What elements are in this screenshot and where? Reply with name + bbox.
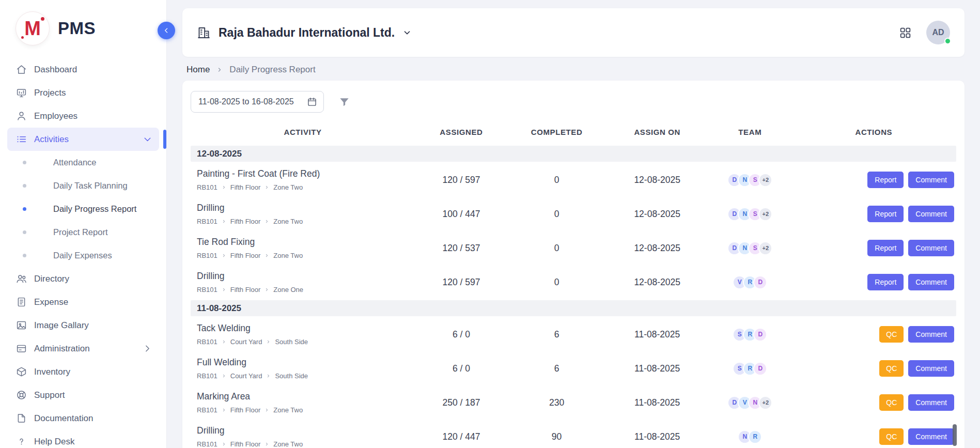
activity-cell: Tie Rod FixingRB101Fifth FloorZone Two bbox=[191, 237, 415, 259]
sidebar-item-inventory[interactable]: Inventory bbox=[7, 360, 159, 383]
comment-button[interactable]: Comment bbox=[908, 360, 954, 377]
breadcrumb-home[interactable]: Home bbox=[186, 65, 210, 75]
sidebar-subitem-daily-expenses[interactable]: Daily Expenses bbox=[7, 244, 159, 267]
team-avatar[interactable]: +2 bbox=[758, 396, 772, 410]
sidebar-subitem-attendance[interactable]: Attendance bbox=[7, 151, 159, 174]
sidebar-collapse-button[interactable] bbox=[158, 22, 175, 39]
team-avatar[interactable]: D bbox=[753, 275, 767, 289]
team-cell: DVN+2 bbox=[709, 396, 791, 410]
chevron-right-icon bbox=[265, 442, 269, 446]
sidebar-item-projects[interactable]: Projects bbox=[7, 81, 159, 104]
report-button[interactable]: Report bbox=[867, 240, 904, 256]
active-indicator bbox=[163, 130, 166, 149]
chevron-right-icon bbox=[222, 287, 226, 292]
comment-button[interactable]: Comment bbox=[908, 428, 954, 445]
report-button[interactable]: Report bbox=[867, 274, 904, 290]
app-logo[interactable]: M PMS bbox=[0, 0, 166, 57]
sidebar-item-label: Expense bbox=[34, 297, 68, 307]
activity-name: Tie Rod Fixing bbox=[197, 237, 415, 248]
team-avatar[interactable]: +2 bbox=[758, 173, 772, 187]
activity-name: Tack Welding bbox=[197, 323, 415, 334]
path-segment: RB101 bbox=[197, 183, 217, 191]
sidebar-item-employees[interactable]: Employees bbox=[7, 104, 159, 128]
table-row: Painting - First Coat (Fire Red)RB101Fif… bbox=[191, 163, 956, 197]
projects-icon bbox=[16, 87, 27, 98]
report-button[interactable]: Report bbox=[867, 172, 904, 188]
sidebar-item-administration[interactable]: Administration bbox=[7, 337, 159, 360]
apps-grid-icon[interactable] bbox=[899, 26, 912, 39]
comment-button[interactable]: Comment bbox=[908, 274, 954, 290]
team-avatar[interactable]: +2 bbox=[758, 207, 772, 221]
sidebar-item-label: Activities bbox=[34, 134, 69, 145]
report-button[interactable]: Report bbox=[867, 206, 904, 222]
online-status-dot bbox=[944, 38, 951, 44]
sidebar-subitem-daily-progress-report[interactable]: Daily Progress Report bbox=[7, 197, 159, 221]
chevron-right-icon bbox=[222, 374, 226, 378]
sidebar-item-dashboard[interactable]: Dashboard bbox=[7, 58, 159, 81]
qc-button[interactable]: QC bbox=[879, 394, 904, 411]
directory-icon bbox=[16, 273, 27, 284]
activity-cell: DrillingRB101Fifth FloorZone One bbox=[191, 271, 415, 293]
path-segment: Fifth Floor bbox=[230, 286, 261, 293]
sidebar-item-label: Administration bbox=[34, 344, 90, 354]
chevron-right-icon bbox=[265, 219, 269, 224]
sidebar-subitem-daily-task-planning[interactable]: Daily Task Planning bbox=[7, 174, 159, 197]
path-segment: Fifth Floor bbox=[230, 183, 261, 191]
table-row: Marking AreaRB101Fifth FloorZone Two250 … bbox=[191, 385, 956, 420]
path-segment: Fifth Floor bbox=[230, 252, 261, 259]
team-avatar[interactable]: D bbox=[753, 328, 767, 342]
company-selector[interactable]: Raja Bahadur International Ltd. bbox=[197, 26, 412, 40]
path-segment: RB101 bbox=[197, 440, 217, 448]
date-range-input[interactable]: 11-08-2025 to 16-08-2025 bbox=[191, 91, 324, 113]
filter-row: 11-08-2025 to 16-08-2025 bbox=[191, 91, 956, 113]
path-segment: South Side bbox=[275, 372, 308, 380]
path-segment: Zone Two bbox=[273, 252, 303, 259]
chevron-right-icon bbox=[266, 374, 271, 378]
path-segment: Court Yard bbox=[230, 372, 262, 380]
topbar: Raja Bahadur International Ltd. AD bbox=[182, 8, 965, 57]
sidebar-nav: DashboardProjectsEmployeesActivitiesAtte… bbox=[0, 57, 166, 448]
sidebar-item-label: Image Gallary bbox=[34, 320, 89, 331]
logo-icon: M bbox=[15, 11, 50, 45]
actions-cell: ReportComment bbox=[791, 240, 956, 256]
path-segment: RB101 bbox=[197, 218, 217, 225]
comment-button[interactable]: Comment bbox=[908, 394, 954, 411]
filter-icon[interactable] bbox=[338, 96, 350, 108]
team-avatar[interactable]: +2 bbox=[758, 241, 772, 255]
comment-button[interactable]: Comment bbox=[908, 240, 954, 256]
column-header-assign-on: ASSIGN ON bbox=[605, 128, 709, 136]
actions-cell: QCComment bbox=[791, 326, 956, 343]
app-root: M PMS DashboardProjectsEmployeesActiviti… bbox=[0, 0, 980, 448]
sidebar-subitem-label: Project Report bbox=[53, 227, 107, 237]
date-group-header: 12-08-2025 bbox=[191, 146, 956, 162]
assigned-cell: 120 / 537 bbox=[415, 243, 508, 254]
completed-cell: 0 bbox=[508, 243, 606, 254]
user-avatar[interactable]: AD bbox=[926, 21, 950, 44]
activity-cell: Tack WeldingRB101Court YardSouth Side bbox=[191, 323, 415, 346]
comment-button[interactable]: Comment bbox=[908, 172, 954, 188]
qc-button[interactable]: QC bbox=[879, 428, 904, 445]
sidebar-item-support[interactable]: Support bbox=[7, 383, 159, 407]
completed-cell: 6 bbox=[508, 363, 606, 374]
sidebar-item-expense[interactable]: Expense bbox=[7, 290, 159, 314]
qc-button[interactable]: QC bbox=[879, 360, 904, 377]
assign-on-cell: 12-08-2025 bbox=[605, 209, 709, 220]
sidebar-item-activities[interactable]: Activities bbox=[7, 128, 159, 151]
chevron-right-icon bbox=[265, 408, 269, 412]
sidebar-item-image-gallary[interactable]: Image Gallary bbox=[7, 314, 159, 337]
chevron-right-icon bbox=[142, 343, 153, 354]
path-segment: RB101 bbox=[197, 286, 217, 293]
comment-button[interactable]: Comment bbox=[908, 326, 954, 343]
team-avatar[interactable]: R bbox=[748, 430, 762, 444]
sidebar-subitem-project-report[interactable]: Project Report bbox=[7, 221, 159, 244]
sidebar-item-help-desk[interactable]: Help Desk bbox=[7, 430, 159, 448]
qc-button[interactable]: QC bbox=[879, 326, 904, 343]
vertical-scrollbar[interactable] bbox=[953, 424, 957, 446]
sidebar-item-directory[interactable]: Directory bbox=[7, 267, 159, 290]
team-cell: DNS+2 bbox=[709, 173, 791, 187]
assigned-cell: 250 / 187 bbox=[415, 397, 508, 408]
sidebar-item-documentation[interactable]: Documentation bbox=[7, 407, 159, 430]
team-avatar[interactable]: D bbox=[753, 362, 767, 376]
assign-on-cell: 12-08-2025 bbox=[605, 277, 709, 288]
comment-button[interactable]: Comment bbox=[908, 206, 954, 222]
